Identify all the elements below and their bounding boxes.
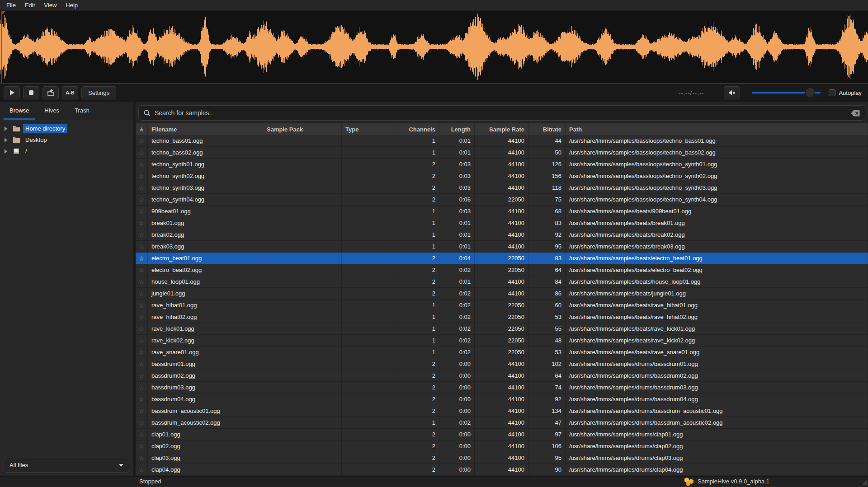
- open-folder-button[interactable]: [42, 86, 59, 99]
- table-row[interactable]: ☆bassdrum_acoustic01.ogg20:0044100134/us…: [136, 405, 868, 417]
- tree-item--[interactable]: /: [0, 145, 133, 157]
- tree-item-desktop[interactable]: Desktop: [0, 134, 133, 145]
- clear-search-icon[interactable]: [851, 110, 860, 117]
- table-row[interactable]: ☆electro_beat02.ogg20:022205064/usr/shar…: [136, 264, 868, 276]
- table-row[interactable]: ☆rave_kick01.ogg10:022205055/usr/share/l…: [136, 323, 868, 335]
- tab-hives[interactable]: Hives: [38, 102, 65, 120]
- table-row[interactable]: ☆rave_snare01.ogg10:022205053/usr/share/…: [136, 347, 868, 358]
- favorite-star-icon[interactable]: ☆: [136, 300, 148, 311]
- table-row[interactable]: ☆bassdrum02.ogg20:004410064/usr/share/lm…: [136, 370, 868, 382]
- favorite-star-icon[interactable]: ☆: [136, 182, 148, 193]
- favorite-star-icon[interactable]: ☆: [136, 452, 148, 464]
- table-row[interactable]: ☆rave_hihat01.ogg10:022205060/usr/share/…: [136, 300, 868, 311]
- column-header-bitrate[interactable]: Bitrate: [528, 123, 566, 135]
- column-header-sample-pack[interactable]: Sample Pack: [263, 123, 342, 135]
- volume-slider-handle[interactable]: [805, 88, 815, 98]
- favorite-star-icon[interactable]: ☆: [136, 358, 148, 370]
- table-row[interactable]: ☆techno_synth03.ogg20:0344100118/usr/sha…: [136, 182, 868, 194]
- table-row[interactable]: ☆techno_synth01.ogg20:0344100126/usr/sha…: [136, 159, 868, 170]
- expander-arrow-icon[interactable]: [5, 126, 7, 131]
- favorite-star-icon[interactable]: ☆: [136, 229, 148, 240]
- table-row[interactable]: ☆bassdrum_acoustic02.ogg10:024410047/usr…: [136, 417, 868, 429]
- table-row[interactable]: ☆break02.ogg10:014410092/usr/share/lmms/…: [136, 229, 868, 241]
- favorite-star-icon[interactable]: ☆: [136, 335, 148, 346]
- tab-browse[interactable]: Browse: [4, 102, 35, 120]
- favorite-star-icon[interactable]: ☆: [136, 393, 148, 405]
- favorite-star-icon[interactable]: ☆: [136, 170, 148, 182]
- table-row[interactable]: ☆techno_bass01.ogg10:014410044/usr/share…: [136, 135, 868, 147]
- favorite-star-icon[interactable]: ☆: [136, 464, 148, 475]
- favorite-star-icon[interactable]: ☆: [136, 147, 148, 158]
- column-header-length[interactable]: Length: [439, 123, 475, 135]
- table-row[interactable]: ☆clap02.ogg20:0044100106/usr/share/lmms/…: [136, 440, 868, 452]
- table-row[interactable]: ☆break01.ogg10:014410083/usr/share/lmms/…: [136, 217, 868, 229]
- search-input[interactable]: [155, 109, 851, 117]
- table-row[interactable]: ☆clap04.ogg20:004410090/usr/share/lmms/s…: [136, 464, 868, 476]
- table-row[interactable]: ☆techno_synth04.ogg20:062205075/usr/shar…: [136, 194, 868, 206]
- favorite-star-icon[interactable]: ☆: [136, 440, 148, 452]
- table-row[interactable]: ☆bassdrum04.ogg20:004410092/usr/share/lm…: [136, 393, 868, 405]
- favorite-star-icon[interactable]: ☆: [136, 288, 148, 299]
- menu-item-view[interactable]: View: [39, 1, 61, 9]
- favorite-star-icon[interactable]: ☆: [136, 429, 148, 440]
- volume-slider[interactable]: [752, 88, 821, 98]
- mute-button[interactable]: [724, 86, 740, 99]
- favorite-star-icon[interactable]: ☆: [136, 323, 148, 334]
- table-row[interactable]: ☆909beat01.ogg10:034410068/usr/share/lmm…: [136, 206, 868, 217]
- table-row[interactable]: ☆clap03.ogg20:004410095/usr/share/lmms/s…: [136, 452, 868, 464]
- table-row[interactable]: ☆jungle01.ogg20:024410086/usr/share/lmms…: [136, 288, 868, 300]
- settings-button[interactable]: Settings: [81, 86, 116, 99]
- tab-trash[interactable]: Trash: [69, 102, 95, 120]
- favorite-star-icon[interactable]: ☆: [136, 347, 148, 358]
- favorite-star-icon[interactable]: ☆: [136, 206, 148, 217]
- playhead-marker-icon[interactable]: [1, 11, 5, 16]
- column-header-channels[interactable]: Channels: [397, 123, 439, 135]
- expander-arrow-icon[interactable]: [5, 138, 7, 142]
- favorite-star-icon[interactable]: ☆: [136, 311, 148, 323]
- table-row[interactable]: ☆rave_hihat02.ogg10:022205053/usr/share/…: [136, 311, 868, 323]
- search-icon: [143, 109, 151, 117]
- autoplay-checkbox[interactable]: [829, 89, 835, 96]
- favorite-star-icon[interactable]: ☆: [136, 241, 148, 252]
- column-header-path[interactable]: Path: [566, 123, 868, 135]
- favorite-star-icon[interactable]: ☆: [136, 276, 148, 287]
- resize-grip[interactable]: [860, 478, 868, 486]
- search-bar[interactable]: [138, 105, 865, 121]
- column-header-sample-rate[interactable]: Sample Rate: [475, 123, 528, 135]
- tree-item-home-directory[interactable]: Home directory: [0, 123, 133, 134]
- menu-item-edit[interactable]: Edit: [20, 1, 39, 9]
- menu-item-file[interactable]: File: [2, 1, 20, 9]
- favorite-star-icon[interactable]: ☆: [136, 217, 148, 229]
- stop-button[interactable]: [23, 86, 39, 99]
- table-row[interactable]: ☆break03.ogg10:014410095/usr/share/lmms/…: [136, 241, 868, 253]
- file-filter-dropdown[interactable]: All files: [4, 458, 129, 473]
- table-row[interactable]: ☆bassdrum03.ogg20:004410074/usr/share/lm…: [136, 382, 868, 393]
- cell-bitrate: 134: [528, 405, 566, 417]
- menu-item-help[interactable]: Help: [61, 1, 82, 9]
- favorite-star-icon[interactable]: ☆: [136, 417, 148, 428]
- favorite-star-icon[interactable]: ☆: [136, 370, 148, 381]
- favorite-star-icon[interactable]: ☆: [136, 135, 148, 146]
- favorite-star-icon[interactable]: ☆: [136, 253, 148, 264]
- favorite-star-icon[interactable]: ☆: [136, 405, 148, 417]
- favorite-column-header-icon[interactable]: ★: [136, 123, 148, 135]
- column-header-filename[interactable]: Filename: [148, 123, 263, 135]
- expander-arrow-icon[interactable]: [5, 149, 7, 154]
- waveform-panel[interactable]: [0, 11, 868, 84]
- favorite-star-icon[interactable]: ☆: [136, 382, 148, 393]
- table-row[interactable]: ☆electro_beat01.ogg20:042205083/usr/shar…: [136, 253, 868, 264]
- favorite-star-icon[interactable]: ☆: [136, 159, 148, 170]
- favorite-star-icon[interactable]: ☆: [136, 194, 148, 205]
- table-row[interactable]: ☆techno_bass02.ogg10:014410050/usr/share…: [136, 147, 868, 159]
- table-row[interactable]: ☆bassdrum01.ogg20:0044100102/usr/share/l…: [136, 358, 868, 370]
- favorite-star-icon[interactable]: ☆: [136, 264, 148, 276]
- play-button[interactable]: [4, 86, 20, 99]
- table-row[interactable]: ☆clap01.ogg20:004410097/usr/share/lmms/s…: [136, 429, 868, 440]
- loop-ab-button[interactable]: A-B: [62, 86, 78, 99]
- table-row[interactable]: ☆rave_kick02.ogg10:022205048/usr/share/l…: [136, 335, 868, 347]
- cell-path: /usr/share/lmms/samples/drums/clap01.ogg: [566, 429, 868, 440]
- table-row[interactable]: ☆techno_synth02.ogg20:0344100156/usr/sha…: [136, 170, 868, 182]
- table-row[interactable]: ☆house_loop01.ogg20:014410084/usr/share/…: [136, 276, 868, 288]
- column-header-type[interactable]: Type: [342, 123, 397, 135]
- waveform-canvas[interactable]: [0, 11, 868, 83]
